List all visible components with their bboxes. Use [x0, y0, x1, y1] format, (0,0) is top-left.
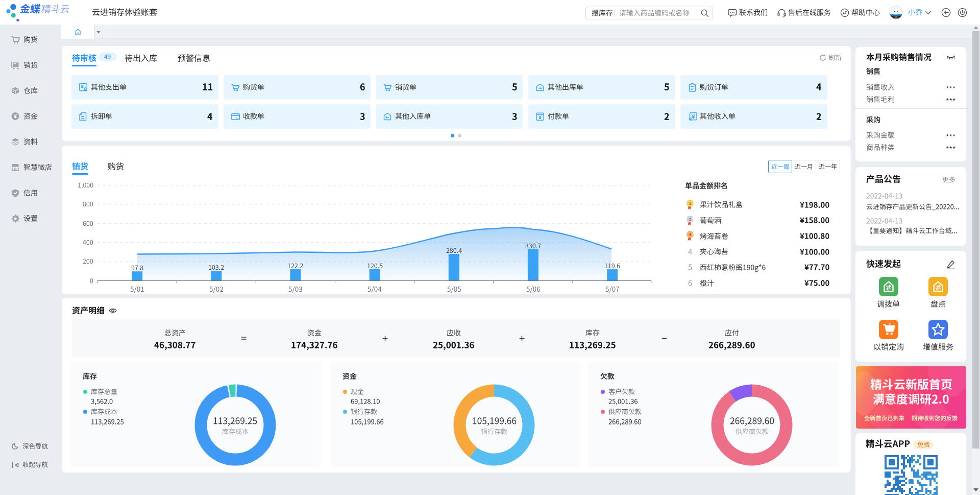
svg-text:1: 1 — [689, 201, 691, 206]
svg-text:2: 2 — [689, 217, 691, 221]
svg-text:3: 3 — [689, 232, 691, 237]
